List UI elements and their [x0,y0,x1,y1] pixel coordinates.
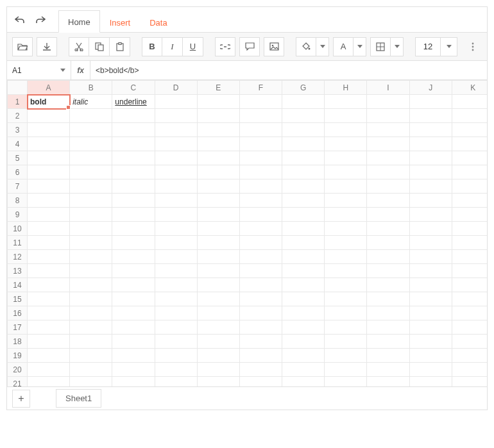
sheet-tab[interactable]: Sheet1 [56,389,101,408]
cell[interactable] [155,264,197,278]
cell[interactable] [155,208,197,222]
cell[interactable] [325,335,367,349]
cell[interactable] [452,222,487,236]
cell[interactable] [197,292,239,306]
cell[interactable] [325,208,367,222]
spreadsheet-grid[interactable]: ABCDEFGHIJK1bolditalicunderline234567891… [7,80,487,386]
cell[interactable] [282,377,325,387]
cell[interactable] [367,179,409,194]
cell[interactable] [282,363,325,377]
column-header[interactable]: E [197,81,239,95]
cell[interactable] [112,292,155,306]
cell[interactable] [28,165,70,179]
cell[interactable] [197,306,239,320]
cell[interactable] [282,179,325,194]
cell[interactable] [367,165,409,179]
cell[interactable] [452,236,487,250]
cell[interactable] [409,250,452,264]
cell[interactable] [452,278,487,292]
fill-color-dropdown[interactable] [316,37,329,56]
cell[interactable] [197,264,239,278]
cell[interactable] [28,151,70,165]
cell[interactable] [112,278,155,292]
row-header[interactable]: 14 [8,278,28,292]
cell[interactable] [282,236,325,250]
cell[interactable] [409,278,452,292]
cell[interactable] [325,306,367,320]
cell[interactable] [239,179,282,194]
image-button[interactable] [264,37,284,56]
row-header[interactable]: 16 [8,306,28,320]
column-header[interactable]: J [409,81,452,95]
cell[interactable] [367,349,409,363]
cell[interactable] [197,349,239,363]
cell[interactable] [70,363,112,377]
cell[interactable] [282,194,325,208]
cell[interactable] [155,250,197,264]
cell[interactable] [282,109,325,123]
fill-color-button[interactable] [296,37,316,56]
cell[interactable] [367,250,409,264]
cell[interactable] [367,363,409,377]
cell[interactable] [452,208,487,222]
cell[interactable] [155,278,197,292]
cell[interactable] [197,123,239,137]
font-size-dropdown[interactable] [441,37,457,56]
formula-input[interactable]: <b>bold</b> [90,61,487,79]
cell[interactable] [367,264,409,278]
cell[interactable] [409,363,452,377]
cell[interactable] [282,320,325,335]
cell[interactable] [155,222,197,236]
cell[interactable] [325,95,367,109]
column-header[interactable]: A [28,81,70,95]
cell[interactable] [70,250,112,264]
cell[interactable] [452,363,487,377]
cell[interactable] [409,194,452,208]
cell[interactable] [197,109,239,123]
border-dropdown[interactable] [391,37,404,56]
column-header[interactable]: H [325,81,367,95]
cell[interactable] [239,292,282,306]
cell[interactable] [367,208,409,222]
cell[interactable] [70,109,112,123]
cell[interactable] [239,95,282,109]
cell[interactable] [28,194,70,208]
row-header[interactable]: 11 [8,236,28,250]
download-button[interactable] [37,37,57,56]
cell[interactable] [367,236,409,250]
cell[interactable] [197,95,239,109]
cell[interactable] [155,377,197,387]
cell[interactable] [452,250,487,264]
font-size-value[interactable]: 12 [415,37,441,56]
cell[interactable] [112,179,155,194]
cell[interactable] [325,320,367,335]
cell[interactable] [409,95,452,109]
cell[interactable] [367,335,409,349]
cell[interactable] [367,109,409,123]
tab-home[interactable]: Home [58,10,100,33]
cell[interactable] [367,320,409,335]
cell[interactable] [325,222,367,236]
cell[interactable] [409,236,452,250]
cell[interactable] [112,377,155,387]
cell[interactable] [325,250,367,264]
row-header[interactable]: 6 [8,165,28,179]
cell[interactable] [112,363,155,377]
cell[interactable] [282,349,325,363]
cut-button[interactable] [69,37,89,56]
cell[interactable] [409,208,452,222]
cell[interactable] [155,95,197,109]
cell[interactable] [28,278,70,292]
cell[interactable] [155,335,197,349]
cell[interactable] [452,95,487,109]
cell[interactable] [28,377,70,387]
cell[interactable] [28,137,70,151]
cell[interactable] [409,377,452,387]
cell[interactable] [239,377,282,387]
cell[interactable] [409,292,452,306]
cell[interactable] [70,377,112,387]
cell[interactable] [239,222,282,236]
cell[interactable] [239,151,282,165]
cell[interactable] [197,335,239,349]
cell[interactable] [239,123,282,137]
